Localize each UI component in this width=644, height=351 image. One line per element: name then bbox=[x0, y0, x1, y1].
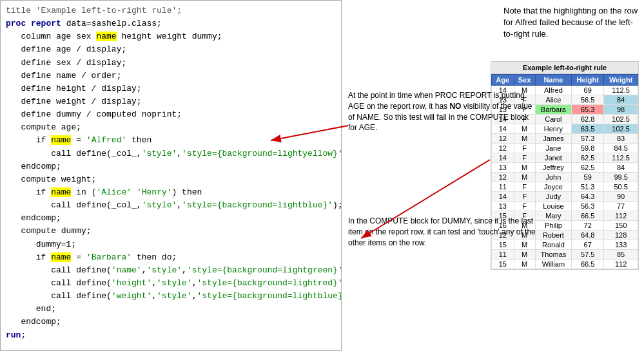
cell-name: Janet bbox=[535, 153, 572, 163]
cell-age: 11 bbox=[492, 182, 514, 192]
cell-height: 62.5 bbox=[572, 153, 604, 163]
cell-height: 64.3 bbox=[572, 192, 604, 202]
code-line: title 'Example left-to-right rule'; bbox=[6, 5, 336, 17]
code-line: compute age; bbox=[6, 121, 336, 134]
cell-height: 59.8 bbox=[572, 144, 604, 153]
cell-height: 62.8 bbox=[572, 115, 604, 124]
cell-weight: 112.5 bbox=[604, 153, 638, 163]
cell-height: 63.5 bbox=[572, 124, 604, 134]
cell-name: Thomas bbox=[535, 250, 572, 260]
cell-height: 66.5 bbox=[572, 260, 604, 269]
code-line: call define('height','style','style={bac… bbox=[6, 277, 336, 290]
code-panel: title 'Example left-to-right rule';proc … bbox=[0, 0, 342, 351]
cell-name: Mary bbox=[535, 211, 572, 221]
cell-weight: 84 bbox=[604, 95, 638, 105]
cell-weight: 133 bbox=[604, 240, 638, 250]
cell-name: Carol bbox=[535, 115, 572, 124]
cell-height: 66.5 bbox=[572, 211, 604, 221]
code-line: endcomp; bbox=[6, 316, 336, 328]
annotation-age: At the point in time when PROC REPORT is… bbox=[348, 90, 538, 133]
cell-age: 14 bbox=[492, 153, 514, 163]
cell-weight: 112 bbox=[604, 260, 638, 269]
cell-height: 62.5 bbox=[572, 163, 604, 173]
cell-name: Jane bbox=[535, 144, 572, 153]
code-line: if name = 'Barbara' then do; bbox=[6, 251, 336, 264]
cell-name: Philip bbox=[535, 221, 572, 231]
cell-weight: 112 bbox=[604, 211, 638, 221]
code-line: call define('name','style','style={backg… bbox=[6, 264, 336, 277]
col-height: Height bbox=[572, 75, 604, 86]
code-line: compute dummy; bbox=[6, 225, 336, 238]
cell-weight: 84 bbox=[604, 163, 638, 173]
cell-weight: 77 bbox=[604, 202, 638, 211]
code-line: endcomp; bbox=[6, 212, 336, 225]
cell-weight: 85 bbox=[604, 250, 638, 260]
cell-height: 57.5 bbox=[572, 250, 604, 260]
code-line: if name = 'Alfred' then bbox=[6, 134, 336, 147]
cell-name: Henry bbox=[535, 124, 572, 134]
code-line: call define(_col_,'style','style={backgr… bbox=[6, 199, 336, 212]
cell-weight: 112.5 bbox=[604, 86, 638, 95]
cell-sex: F bbox=[514, 153, 535, 163]
cell-height: 67 bbox=[572, 240, 604, 250]
cell-age: 13 bbox=[492, 163, 514, 173]
code-line: call define('weight','style','style={bac… bbox=[6, 290, 336, 303]
col-sex: Sex bbox=[514, 75, 535, 86]
cell-name: William bbox=[535, 260, 572, 269]
code-line: define age / display; bbox=[6, 43, 336, 56]
col-weight: Weight bbox=[604, 75, 638, 86]
cell-weight: 50.5 bbox=[604, 182, 638, 192]
cell-age: 11 bbox=[492, 250, 514, 260]
cell-age: 12 bbox=[492, 134, 514, 144]
col-name: Name bbox=[535, 75, 572, 86]
cell-name: James bbox=[535, 134, 572, 144]
cell-height: 59 bbox=[572, 173, 604, 182]
cell-sex: F bbox=[514, 182, 535, 192]
code-line: endcomp; bbox=[6, 160, 336, 173]
code-line: define dummy / computed noprint; bbox=[6, 108, 336, 121]
code-line: run; bbox=[6, 329, 336, 342]
cell-height: 69 bbox=[572, 86, 604, 95]
cell-height: 56.3 bbox=[572, 202, 604, 211]
cell-name: Louise bbox=[535, 202, 572, 211]
cell-weight: 128 bbox=[604, 231, 638, 240]
cell-name: Alice bbox=[535, 95, 572, 105]
code-line: column age sex name height weight dummy; bbox=[6, 30, 336, 43]
cell-weight: 84.5 bbox=[604, 144, 638, 153]
cell-sex: M bbox=[514, 260, 535, 269]
cell-sex: F bbox=[514, 192, 535, 202]
cell-sex: F bbox=[514, 144, 535, 153]
cell-name: Robert bbox=[535, 231, 572, 240]
cell-name: Judy bbox=[535, 192, 572, 202]
cell-sex: M bbox=[514, 134, 535, 144]
code-line: define sex / display; bbox=[6, 57, 336, 70]
cell-sex: M bbox=[514, 250, 535, 260]
cell-height: 56.5 bbox=[572, 95, 604, 105]
cell-height: 64.8 bbox=[572, 231, 604, 240]
cell-height: 72 bbox=[572, 221, 604, 231]
cell-height: 57.3 bbox=[572, 134, 604, 144]
cell-weight: 102.5 bbox=[604, 124, 638, 134]
cell-age: 12 bbox=[492, 173, 514, 182]
annotation-dummy: In the COMPUTE block for DUMMY, since it… bbox=[348, 216, 538, 248]
table-title: Example left-to-right rule bbox=[491, 62, 638, 74]
note-text: Note that the highlighting on the row fo… bbox=[503, 5, 639, 41]
code-line: dummy=1; bbox=[6, 238, 336, 251]
col-age: Age bbox=[492, 75, 514, 86]
code-line: define height / display; bbox=[6, 82, 336, 95]
code-line: call define(_col_,'style','style={backgr… bbox=[6, 147, 336, 160]
cell-name: Joyce bbox=[535, 182, 572, 192]
cell-height: 65.3 bbox=[572, 105, 604, 115]
cell-weight: 99.5 bbox=[604, 173, 638, 182]
cell-weight: 98 bbox=[604, 105, 638, 115]
code-line: define weight / display; bbox=[6, 95, 336, 108]
cell-name: Jeffrey bbox=[535, 163, 572, 173]
right-panel: Note that the highlighting on the row fo… bbox=[342, 0, 644, 351]
cell-sex: M bbox=[514, 173, 535, 182]
cell-age: 13 bbox=[492, 202, 514, 211]
code-line: if name in ('Alice' 'Henry') then bbox=[6, 186, 336, 199]
cell-age: 14 bbox=[492, 192, 514, 202]
cell-name: Alfred bbox=[535, 86, 572, 95]
code-line: compute weight; bbox=[6, 173, 336, 186]
cell-name: John bbox=[535, 173, 572, 182]
